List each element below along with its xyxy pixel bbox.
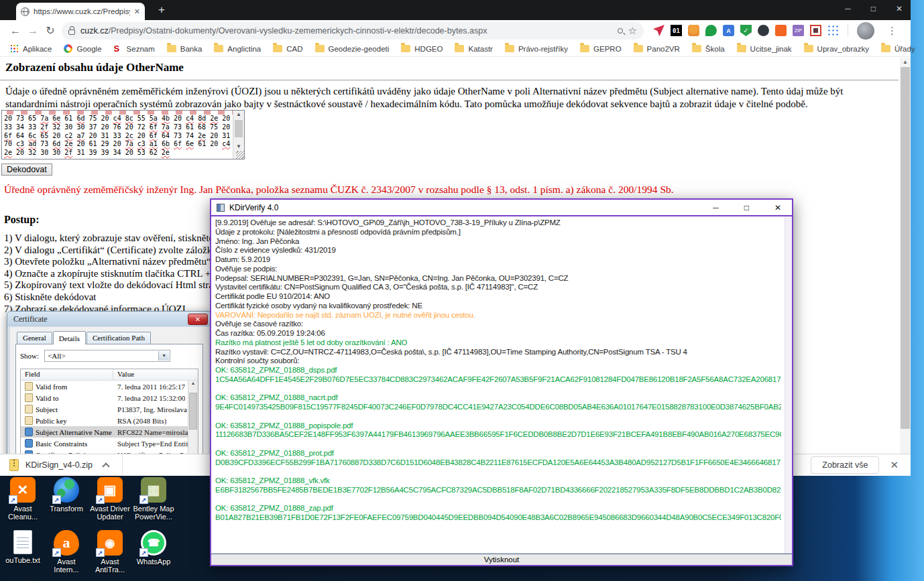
translate-extension-icon[interactable]: A bbox=[723, 25, 734, 36]
bookmark-item[interactable]: Google bbox=[58, 44, 107, 53]
desktop-icon[interactable]: ↗ Avast Cleanu... bbox=[1, 477, 44, 521]
bookmark-item[interactable]: CAD bbox=[267, 45, 308, 53]
dark-circle-extension-icon[interactable] bbox=[758, 25, 769, 36]
hex-line: 70 c3 ad 73 6d 2e 20 61 29 20 7a c3 a1 6… bbox=[4, 140, 233, 149]
bookmark-item[interactable]: Škola bbox=[686, 45, 731, 53]
chevron-up-icon[interactable] bbox=[102, 462, 109, 470]
desktop-icon[interactable]: ↗ Avast AntiTra... bbox=[89, 530, 131, 574]
decoded-result-text: Úředně oprávněný zeměměřičský inženýr In… bbox=[4, 184, 674, 196]
archive-extension-icon[interactable]: ZIP bbox=[793, 25, 804, 36]
bookmark-item[interactable]: Pano2VR bbox=[628, 45, 686, 53]
field-name: Subject Alternative Name bbox=[36, 428, 117, 436]
orange-extension-icon[interactable] bbox=[775, 25, 787, 36]
desktop-icon[interactable]: ↗ WhatsApp bbox=[132, 530, 175, 566]
adblock-extension-icon[interactable] bbox=[810, 25, 821, 36]
log-line: VAROVÁNÍ: Nepodařilo se najít std. zázna… bbox=[215, 311, 781, 320]
log-line: OK: 635812_ZPMZ_01888_nacrt.pdf bbox=[215, 393, 781, 403]
extensions-area: 01 A ✓0 ZIP ⋮ bbox=[653, 22, 904, 40]
bookmark-folder-icon bbox=[315, 45, 325, 52]
url-domain: cuzk.cz bbox=[80, 26, 109, 36]
url-bar[interactable]: cuzk.cz/Predpisy/Ostatni-dokumenty/Overo… bbox=[62, 22, 644, 40]
tab-general: General bbox=[17, 332, 52, 344]
maximize-button[interactable]: □ bbox=[871, 4, 876, 13]
bookmark-star-icon[interactable]: ☆ bbox=[628, 25, 637, 37]
resize-grip[interactable] bbox=[236, 151, 244, 159]
browser-tab[interactable]: https://www.cuzk.cz/Predpisy/O ✕ bbox=[16, 3, 145, 20]
bookmark-item[interactable]: HDGEO bbox=[395, 45, 449, 53]
bookmark-label: Geodezie-geodeti bbox=[329, 45, 390, 53]
print-button[interactable]: Vytisknout bbox=[211, 554, 792, 565]
shelf-close-icon[interactable]: ✕ bbox=[890, 459, 899, 471]
bookmark-item[interactable]: Právo-rejstříky bbox=[499, 45, 574, 53]
counter-extension-icon[interactable]: 01 bbox=[671, 25, 682, 36]
decode-button[interactable]: Dekodovat bbox=[1, 164, 52, 176]
hex-textarea[interactable]: 20 73 65 7a 6e 61 6d 75 20 c4 8c 55 5a 4… bbox=[1, 110, 245, 159]
balloon-extension-icon[interactable] bbox=[705, 25, 717, 36]
forward-icon[interactable]: → bbox=[24, 25, 42, 37]
desktop-icon[interactable]: ↗ Avast Driver Updater bbox=[89, 477, 131, 521]
pin-extension-icon[interactable] bbox=[653, 25, 665, 36]
bookmarks-overflow-icon[interactable]: » bbox=[921, 44, 924, 54]
kdirverify-log: [9.9.2019] Ověřuje se adresář: S:\HOTOVO… bbox=[211, 215, 792, 554]
scrollbar-thumb[interactable] bbox=[235, 120, 243, 137]
kdirverify-title-bar[interactable]: KDirVerify 4.0 ─ □ ✕ bbox=[211, 200, 792, 215]
bookmark-item[interactable]: Ucitse_jinak bbox=[731, 45, 798, 53]
bookmark-item[interactable]: Geodezie-geodeti bbox=[309, 45, 396, 53]
close-button[interactable]: ✕ bbox=[896, 4, 903, 13]
bookmark-folder-icon bbox=[114, 44, 123, 53]
desktop-icons: ↗ Avast Cleanu... ↗ Transform ↗ Avast Dr… bbox=[1, 477, 189, 581]
minimize-button[interactable]: ─ bbox=[845, 4, 851, 13]
desktop-icon[interactable]: ↗ Avast Intern... bbox=[45, 530, 88, 574]
profile-avatar[interactable] bbox=[857, 22, 874, 40]
bookmark-folder-icon bbox=[273, 45, 282, 52]
kdirverify-scrollbar[interactable] bbox=[785, 216, 792, 554]
search-icon[interactable] bbox=[618, 28, 623, 34]
certificate-list-scrollbar: ▲ bbox=[188, 381, 198, 454]
certificate-row: Certificate Policies [1]Certificate Poli… bbox=[21, 449, 198, 454]
log-line: E6BF3182567BB5FE2485B7BEDE1B3E7702F12B56… bbox=[215, 486, 781, 495]
reload-icon[interactable]: ↻ bbox=[42, 24, 59, 37]
show-all-downloads-button[interactable]: Zobrazit vše bbox=[811, 456, 879, 474]
tab-close-icon[interactable]: ✕ bbox=[134, 7, 140, 16]
kdir-close-button[interactable]: ✕ bbox=[774, 203, 781, 212]
antivirus-shield-extension-icon[interactable]: ✓0 bbox=[740, 25, 752, 36]
kdir-maximize-button[interactable]: □ bbox=[744, 203, 749, 212]
scroll-up-icon[interactable]: ▲ bbox=[233, 111, 244, 117]
tab-bar: https://www.cuzk.cz/Predpisy/O ✕ + ─ □ ✕ bbox=[0, 0, 911, 20]
desktop-icon[interactable]: ↗ Transform bbox=[45, 477, 88, 513]
desktop-icon[interactable]: ↗ ouTube.txt bbox=[1, 530, 44, 564]
page-scrollbar-thumb[interactable] bbox=[901, 67, 910, 429]
page-scrollbar[interactable]: ▲ bbox=[900, 58, 911, 454]
new-tab-button[interactable]: + bbox=[154, 3, 169, 17]
certificate-dialog-title: Certificate bbox=[7, 312, 211, 327]
kdirverify-title: KDirVerify 4.0 bbox=[229, 203, 278, 212]
apps-grid-icon[interactable] bbox=[827, 25, 839, 36]
profile-extension-icon[interactable] bbox=[688, 25, 699, 36]
desktop-icon[interactable]: ↗ Bentley Map PowerVie... bbox=[132, 477, 175, 521]
bookmark-item[interactable]: Seznam bbox=[108, 44, 161, 53]
bookmark-folder-icon bbox=[692, 45, 701, 52]
bookmark-item[interactable]: Banka bbox=[161, 45, 209, 53]
field-value: P13837, Ing. Miroslava Hanuš... bbox=[117, 405, 198, 413]
page-scroll-up-icon[interactable]: ▲ bbox=[900, 58, 911, 67]
desktop-icon-label: Bentley Map PowerVie... bbox=[132, 505, 175, 521]
bookmark-folder-icon bbox=[401, 45, 410, 52]
bookmark-item[interactable]: Uprav_obrazky bbox=[798, 45, 875, 53]
bookmark-item[interactable]: Katastr bbox=[449, 45, 498, 53]
url-text: cuzk.cz/Predpisy/Ostatni-dokumenty/Overo… bbox=[80, 26, 612, 36]
desktop-icon-image: ↗ bbox=[54, 530, 79, 556]
bookmarks-bar: Aplikace Google Seznam Banka bbox=[0, 41, 911, 57]
field-type-icon bbox=[25, 382, 33, 391]
bookmark-item[interactable]: Úřady bbox=[875, 45, 921, 53]
show-label: Show: bbox=[20, 352, 39, 360]
bookmark-item[interactable]: GEPRO bbox=[574, 45, 628, 53]
hex-line: 6f 64 6c 65 20 c2 a7 20 31 33 2c 20 6f 6… bbox=[4, 132, 233, 141]
bookmark-item[interactable]: Aplikace bbox=[4, 44, 58, 53]
download-item[interactable]: KDirSign_v4-0.zip bbox=[0, 454, 123, 476]
scroll-down-icon[interactable]: ▼ bbox=[233, 143, 244, 149]
bookmark-item[interactable]: Anglictina bbox=[208, 45, 267, 53]
menu-dots-icon[interactable]: ⋮ bbox=[887, 25, 897, 37]
back-icon[interactable]: ← bbox=[7, 25, 24, 37]
field-name: Public key bbox=[36, 417, 117, 425]
kdir-minimize-button[interactable]: ─ bbox=[713, 203, 719, 212]
